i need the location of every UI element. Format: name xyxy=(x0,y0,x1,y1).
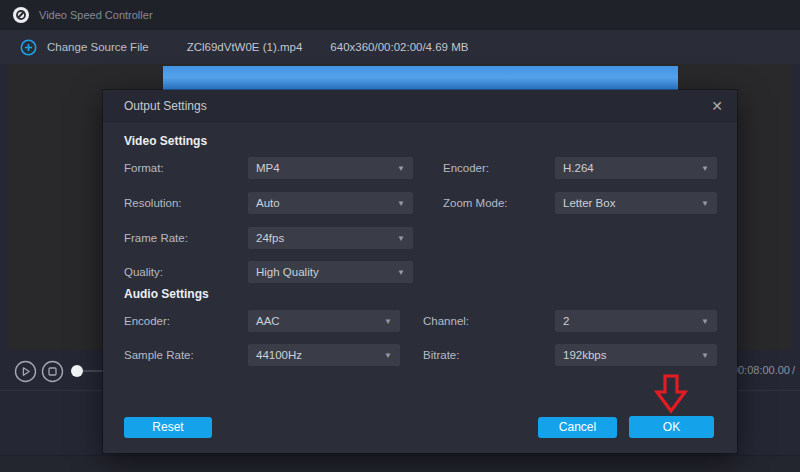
plus-circle-icon xyxy=(20,39,37,56)
output-settings-dialog: Output Settings ✕ Video Settings Format:… xyxy=(103,90,737,453)
audio-encoder-value: AAC xyxy=(256,315,280,327)
quality-dropdown[interactable]: High Quality ▼ xyxy=(248,261,413,283)
format-value: MP4 xyxy=(256,162,280,174)
red-arrow-annotation-icon xyxy=(654,373,688,415)
dialog-title: Output Settings xyxy=(124,99,207,113)
audio-settings-heading: Audio Settings xyxy=(124,287,209,301)
audio-encoder-label: Encoder: xyxy=(124,310,170,332)
resolution-value: Auto xyxy=(256,197,280,209)
chevron-down-icon: ▼ xyxy=(384,351,392,360)
app-title: Video Speed Controller xyxy=(39,9,153,21)
source-file-info: 640x360/00:02:00/4.69 MB xyxy=(330,41,468,53)
zoom-mode-dropdown[interactable]: Letter Box ▼ xyxy=(555,192,717,214)
app-logo-icon xyxy=(12,6,30,24)
bitrate-dropdown[interactable]: 192kbps ▼ xyxy=(555,344,717,366)
sample-rate-label: Sample Rate: xyxy=(124,344,194,366)
sample-rate-dropdown[interactable]: 44100Hz ▼ xyxy=(248,344,400,366)
stop-icon xyxy=(49,368,56,375)
audio-encoder-dropdown[interactable]: AAC ▼ xyxy=(248,310,400,332)
current-time: 00:08:00.00 xyxy=(732,364,790,376)
chevron-down-icon: ▼ xyxy=(397,164,405,173)
quality-label: Quality: xyxy=(124,261,163,283)
chevron-down-icon: ▼ xyxy=(397,234,405,243)
reset-button[interactable]: Reset xyxy=(124,417,212,438)
toolbar: Change Source File ZCl69dVtW0E (1).mp4 6… xyxy=(0,30,800,64)
encoder-label: Encoder: xyxy=(443,157,489,179)
chevron-down-icon: ▼ xyxy=(701,199,709,208)
video-settings-heading: Video Settings xyxy=(124,134,207,148)
seek-slider-thumb[interactable] xyxy=(71,365,83,377)
play-icon xyxy=(23,368,29,375)
encoder-value: H.264 xyxy=(563,162,594,174)
format-label: Format: xyxy=(124,157,164,179)
cancel-button[interactable]: Cancel xyxy=(538,417,617,438)
bitrate-label: Bitrate: xyxy=(423,344,459,366)
speed-segment-bar[interactable] xyxy=(163,66,678,90)
footer-lower-strip xyxy=(0,456,800,472)
zoom-mode-label: Zoom Mode: xyxy=(443,192,508,214)
resolution-label: Resolution: xyxy=(124,192,182,214)
zoom-mode-value: Letter Box xyxy=(563,197,615,209)
change-source-file-button[interactable]: Change Source File xyxy=(20,39,149,56)
format-dropdown[interactable]: MP4 ▼ xyxy=(248,157,413,179)
chevron-down-icon: ▼ xyxy=(384,317,392,326)
title-bar: Video Speed Controller xyxy=(0,0,800,30)
source-filename: ZCl69dVtW0E (1).mp4 xyxy=(187,41,303,53)
chevron-down-icon: ▼ xyxy=(701,164,709,173)
quality-value: High Quality xyxy=(256,266,319,278)
chevron-down-icon: ▼ xyxy=(701,351,709,360)
time-separator: / xyxy=(792,364,795,376)
dialog-header: Output Settings ✕ xyxy=(103,90,737,122)
chevron-down-icon: ▼ xyxy=(397,268,405,277)
bitrate-value: 192kbps xyxy=(563,349,606,361)
close-icon[interactable]: ✕ xyxy=(711,99,723,113)
chevron-down-icon: ▼ xyxy=(701,317,709,326)
frame-rate-dropdown[interactable]: 24fps ▼ xyxy=(248,227,413,249)
change-source-file-label: Change Source File xyxy=(47,41,149,53)
resolution-dropdown[interactable]: Auto ▼ xyxy=(248,192,413,214)
ok-button[interactable]: OK xyxy=(629,416,714,438)
play-button[interactable] xyxy=(14,360,37,383)
frame-rate-value: 24fps xyxy=(256,232,284,244)
chevron-down-icon: ▼ xyxy=(397,199,405,208)
encoder-dropdown[interactable]: H.264 ▼ xyxy=(555,157,717,179)
channel-dropdown[interactable]: 2 ▼ xyxy=(555,310,717,332)
stop-button[interactable] xyxy=(41,360,64,383)
channel-value: 2 xyxy=(563,315,569,327)
sample-rate-value: 44100Hz xyxy=(256,349,302,361)
channel-label: Channel: xyxy=(423,310,469,332)
frame-rate-label: Frame Rate: xyxy=(124,227,188,249)
